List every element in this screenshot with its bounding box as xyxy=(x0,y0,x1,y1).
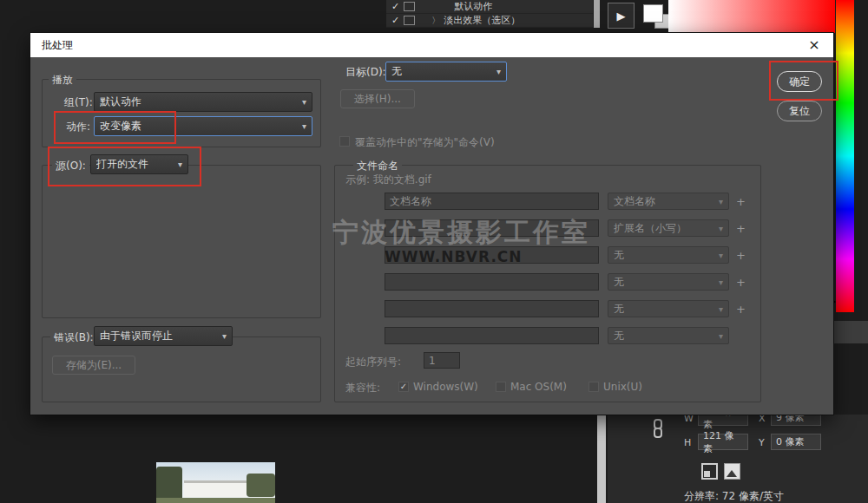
chevron-down-icon: ▾ xyxy=(222,331,227,341)
plus-icon: + xyxy=(736,303,746,316)
dialog-toggle-icon[interactable] xyxy=(404,16,415,25)
chevron-down-icon: ▾ xyxy=(719,224,723,233)
error-value: 由于错误而停止 xyxy=(100,329,219,343)
y-label: Y xyxy=(759,437,765,448)
choose-button[interactable]: 选择(H)... xyxy=(340,89,415,108)
naming-select-1-value: 文档名称 xyxy=(614,194,715,209)
thumbnail-tree-right xyxy=(247,474,275,497)
naming-select-4-value: 无 xyxy=(614,275,715,290)
chevron-down-icon: ▾ xyxy=(302,97,306,107)
naming-select-2[interactable]: 扩展名（小写） ▾ xyxy=(608,219,729,237)
chevron-down-icon: ▾ xyxy=(719,278,723,287)
play-button[interactable]: ▶ xyxy=(608,3,635,29)
action-row-item[interactable]: ✓ 〉 淡出效果（选区） xyxy=(386,14,593,28)
naming-select-5[interactable]: 无 ▾ xyxy=(608,300,729,317)
naming-field-1[interactable] xyxy=(385,193,599,210)
naming-select-6[interactable]: 无 ▾ xyxy=(608,327,729,344)
action-set-label[interactable]: 默认动作 xyxy=(454,0,492,13)
check-icon: ✓ xyxy=(400,382,407,391)
hue-strip[interactable] xyxy=(836,0,854,312)
action-set-label: 组(T): xyxy=(64,95,93,110)
naming-select-5-value: 无 xyxy=(614,302,715,317)
naming-select-4[interactable]: 无 ▾ xyxy=(608,273,729,291)
compat-windows-label: Windows(W) xyxy=(413,381,478,393)
destination-value: 无 xyxy=(391,64,493,79)
dialog-toggle-icon[interactable] xyxy=(404,2,415,11)
color-field[interactable] xyxy=(668,0,835,33)
chevron-right-icon[interactable]: 〉 xyxy=(431,15,440,27)
dialog-title: 批处理 xyxy=(42,38,73,53)
play-group-legend: 播放 xyxy=(49,73,76,88)
choose-button-label: 选择(H)... xyxy=(354,92,401,107)
thumbnail-grass xyxy=(156,498,275,503)
canvas-icon[interactable] xyxy=(701,463,718,480)
serial-number-label: 起始序列号: xyxy=(345,355,401,369)
y-field[interactable]: 0 像素 xyxy=(771,434,821,450)
check-icon[interactable]: ✓ xyxy=(391,15,399,26)
plus-icon: + xyxy=(736,276,746,289)
naming-select-6-value: 无 xyxy=(614,329,715,343)
plus-icon: + xyxy=(736,195,746,208)
action-row-set[interactable]: ✓ 默认动作 xyxy=(386,0,593,14)
destination-label: 目标(D): xyxy=(345,65,386,80)
house-photo-thumbnail[interactable] xyxy=(156,462,275,503)
plus-icon: + xyxy=(736,249,746,262)
naming-field-4[interactable] xyxy=(385,273,599,291)
watermark-website: WWW.NBVR.CN xyxy=(385,248,523,265)
resolution-text: 分辨率: 72 像素/英寸 xyxy=(684,489,784,503)
naming-select-3[interactable]: 无 ▾ xyxy=(608,246,729,264)
action-set-select[interactable]: 默认动作 ▾ xyxy=(94,92,312,112)
photoshop-app: ✓ 默认动作 ✓ 〉 淡出效果（选区） ▶ W 200 像素 X xyxy=(0,0,868,503)
reset-button[interactable]: 复位 xyxy=(777,101,822,121)
source-groupbox xyxy=(42,165,321,318)
naming-select-3-value: 无 xyxy=(614,248,715,263)
error-select[interactable]: 由于错误而停止 ▾ xyxy=(94,326,233,346)
actions-panel: ✓ 默认动作 ✓ 〉 淡出效果（选区） xyxy=(386,0,593,28)
height-value: 121 像素 xyxy=(703,429,743,455)
compat-unix-checkbox[interactable] xyxy=(589,382,599,392)
compat-macos-label: Mac OS(M) xyxy=(510,381,567,393)
compat-unix-label: Unix(U) xyxy=(603,381,642,393)
thumbnail-house xyxy=(184,480,247,497)
destination-select[interactable]: 无 ▾ xyxy=(385,62,507,82)
chevron-down-icon: ▾ xyxy=(719,251,723,260)
action-set-value: 默认动作 xyxy=(100,95,299,109)
naming-field-6[interactable] xyxy=(385,327,599,344)
naming-select-2-value: 扩展名（小写） xyxy=(614,221,715,236)
properties-panel: W 200 像素 X 9 像素 H 121 像素 Y 0 像素 分辨率: 72 … xyxy=(608,415,868,503)
chevron-down-icon: ▾ xyxy=(719,197,723,206)
override-save-as-checkbox[interactable] xyxy=(339,136,350,147)
chevron-down-icon: ▾ xyxy=(496,67,501,76)
chevron-down-icon: ▾ xyxy=(719,331,723,341)
chevron-down-icon: ▾ xyxy=(719,304,723,314)
file-naming-legend: 文件命名 xyxy=(353,159,402,173)
height-field[interactable]: 121 像素 xyxy=(698,434,748,450)
y-value: 0 像素 xyxy=(776,435,805,448)
file-naming-example: 示例: 我的文档.gif xyxy=(345,173,431,187)
play-icon: ▶ xyxy=(617,10,626,23)
override-save-as-label: 覆盖动作中的"存储为"命令(V) xyxy=(355,135,495,150)
check-icon[interactable]: ✓ xyxy=(391,1,399,12)
highlight-action-annotation xyxy=(54,111,176,144)
highlight-source-annotation xyxy=(48,147,201,186)
naming-select-1[interactable]: 文档名称 ▾ xyxy=(608,193,729,210)
error-label: 错误(B): xyxy=(50,330,97,345)
link-dimensions-icon[interactable] xyxy=(654,419,664,441)
plus-icon: + xyxy=(736,222,746,235)
foreground-color-swatch[interactable] xyxy=(643,4,663,23)
watermark-studio-name: 宁波优景摄影工作室 xyxy=(332,215,590,251)
reset-button-label: 复位 xyxy=(789,104,810,119)
compat-macos-checkbox[interactable] xyxy=(496,382,506,392)
compatibility-label: 兼容性: xyxy=(345,381,380,395)
naming-field-5[interactable] xyxy=(385,300,599,317)
action-item-label[interactable]: 淡出效果（选区） xyxy=(444,14,520,27)
save-as-button-label: 存储为(E)... xyxy=(66,358,122,373)
dialog-titlebar[interactable]: 批处理 × xyxy=(30,33,833,57)
save-as-button[interactable]: 存储为(E)... xyxy=(52,356,135,375)
image-icon[interactable] xyxy=(724,463,740,480)
actions-scrollbar[interactable] xyxy=(594,0,600,28)
compat-windows-checkbox[interactable]: ✓ xyxy=(398,382,409,392)
serial-number-input[interactable] xyxy=(424,352,460,369)
close-icon[interactable]: × xyxy=(806,38,822,52)
panel-scrollbar[interactable] xyxy=(597,415,606,503)
